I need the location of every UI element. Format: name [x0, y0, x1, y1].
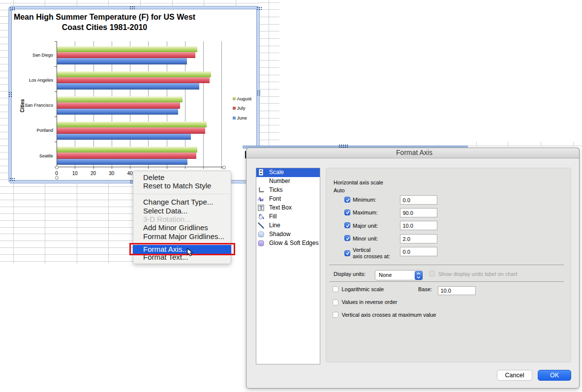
- svg-text:a: a: [261, 196, 264, 202]
- svg-text:T: T: [260, 206, 263, 211]
